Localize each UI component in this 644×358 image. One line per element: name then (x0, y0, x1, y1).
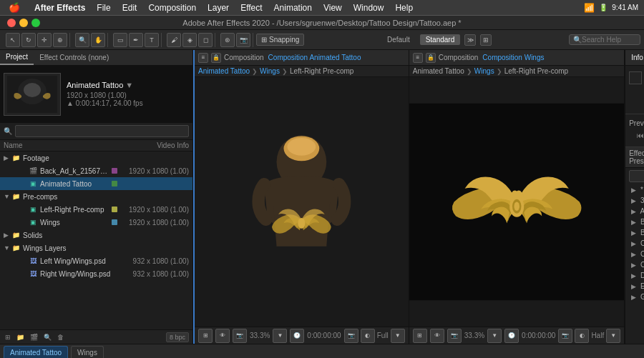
tree-item-animated-tattoo[interactable]: ▣ Animated Tattoo (0, 177, 192, 190)
tree-item-left-wing[interactable]: 🖼 Left Wing/Wings.psd 932 x 1080 (1.00) (0, 254, 192, 267)
effect-channel[interactable]: ▶ Channel (625, 238, 644, 249)
menu-animation[interactable]: Animation (268, 3, 318, 13)
comp1-view-btn[interactable]: 👁 (215, 329, 230, 343)
menu-edit[interactable]: Edit (117, 3, 143, 13)
find[interactable]: 🔍 (42, 334, 53, 341)
tree-item-wings[interactable]: ▣ Wings 1920 x 1080 (1.00) (0, 216, 192, 229)
comp2-bc-wings[interactable]: Wings (474, 67, 494, 75)
zoom-tool[interactable]: 🔍 (75, 33, 89, 47)
rectangle-mask[interactable]: ▭ (113, 33, 127, 47)
rotation-tool[interactable]: ↻ (21, 33, 36, 47)
brush-tool[interactable]: 🖌 (167, 33, 181, 47)
menu-effect[interactable]: Effect (235, 3, 268, 13)
clone-tool[interactable]: ◈ (182, 33, 197, 47)
comp1-zoom-btn[interactable]: ▼ (273, 329, 287, 343)
workspace-default[interactable]: Default (381, 34, 416, 45)
comp1-title: Composition Composition Animated Tattoo (224, 54, 361, 61)
eraser-tool[interactable]: ◻ (198, 33, 213, 47)
delete[interactable]: 🗑 (56, 334, 65, 341)
maximize-button[interactable] (31, 19, 40, 27)
comp1-bc-at[interactable]: Animated Tattoo (198, 67, 250, 75)
prev-first[interactable]: ⏮ (637, 131, 644, 139)
new-comp[interactable]: 🎬 (29, 334, 39, 341)
comp2-lock[interactable]: 🔒 (426, 53, 436, 63)
comp2-region-btn[interactable]: ⊞ (413, 329, 427, 343)
menu-help[interactable]: Help (389, 3, 419, 13)
effect-boris-fx[interactable]: ▶ Boris FX Mocha (625, 227, 644, 238)
tree-item-footage[interactable]: ▶ 📁 Footage (0, 151, 192, 164)
item-name: Solids (23, 232, 117, 239)
tree-item-solids[interactable]: ▶ 📁 Solids (0, 229, 192, 242)
comp2-menu[interactable]: ≡ (413, 53, 423, 63)
puppet-tool[interactable]: ⊛ (220, 33, 235, 47)
camera-tool[interactable]: 📷 (236, 33, 250, 47)
comp2-bc-lrpre[interactable]: Left-Right Pre-comp (504, 67, 568, 75)
menu-window[interactable]: Window (348, 3, 390, 13)
menu-after-effects[interactable]: After Effects (29, 3, 91, 13)
comp2-alpha[interactable]: ◐ (575, 329, 589, 343)
workspace-expand[interactable]: ⊞ (480, 34, 492, 46)
position-tool[interactable]: ⊕ (53, 33, 67, 47)
comp2-snapshot[interactable]: 📷 (558, 329, 572, 343)
comp1-snapshot[interactable]: 📷 (344, 329, 358, 343)
effect-expression-controls[interactable]: ▶ Expression Controls (625, 281, 644, 292)
comp1-alpha[interactable]: ◐ (361, 329, 375, 343)
item-name: Footage (23, 154, 117, 162)
comp2-quality-btn[interactable]: ▼ (606, 329, 620, 343)
menubar: 🍎 After Effects File Edit Composition La… (0, 0, 644, 16)
comp1-quality-btn[interactable]: ▼ (391, 329, 405, 343)
effect-blur-sharpen[interactable]: ▶ Blur & Sharpen (625, 217, 644, 227)
project-search-input[interactable] (15, 125, 189, 137)
tree-item-precomps[interactable]: ▼ 📁 Pre-comps (0, 190, 192, 203)
comp1-time-btn[interactable]: 🕐 (290, 329, 304, 343)
comp1-lock[interactable]: 🔒 (211, 53, 221, 63)
help-search-input[interactable] (582, 36, 639, 44)
comp2-camera-btn[interactable]: 📷 (447, 329, 462, 343)
close-button[interactable] (7, 19, 16, 27)
menu-file[interactable]: File (91, 3, 116, 13)
workspace-more[interactable]: ≫ (464, 34, 476, 46)
pen-tool[interactable]: ✒ (129, 33, 143, 47)
comp2-zoom-btn[interactable]: ▼ (487, 329, 502, 343)
text-tool[interactable]: T (145, 33, 159, 47)
comp1-camera-btn[interactable]: 📷 (233, 329, 247, 343)
menu-layer[interactable]: Layer (202, 3, 235, 13)
snapping-toggle[interactable]: ⊞ Snapping (256, 34, 304, 46)
timeline-tab-wings[interactable]: Wings (71, 346, 104, 359)
tool-group-paint: 🖌 ◈ ◻ (165, 33, 215, 47)
comp1-menu[interactable]: ≡ (198, 53, 208, 63)
workspace-standard[interactable]: Standard (420, 34, 461, 45)
apple-menu[interactable]: 🍎 (0, 2, 29, 13)
info-tab[interactable]: Info (625, 50, 644, 65)
help-search[interactable]: 🔍 (569, 34, 640, 45)
effect-3d-channel[interactable]: ▶ 3D Channel (625, 195, 644, 206)
new-folder[interactable]: 📁 (15, 334, 26, 341)
effect-animation-presets[interactable]: ▶ * Animation Presets (625, 184, 644, 195)
menu-composition[interactable]: Composition (142, 3, 202, 13)
comp2-view-btn[interactable]: 👁 (430, 329, 444, 343)
comp2-bc-at[interactable]: Animated Tattoo (413, 67, 464, 75)
effect-distort[interactable]: ▶ Distort (625, 270, 644, 281)
comp2-time-btn[interactable]: 🕐 (504, 329, 519, 343)
tree-item-wings-layers[interactable]: ▼ 📁 Wings Layers (0, 242, 192, 254)
project-tab[interactable]: Project (0, 50, 34, 65)
interpret-footage[interactable]: ⊞ (4, 334, 12, 341)
timeline-tab-animated-tattoo[interactable]: Animated Tattoo (4, 346, 68, 359)
tree-item-right-wing[interactable]: 🖼 Right Wing/Wings.psd 932 x 1080 (1.00) (0, 267, 192, 280)
effect-generate[interactable]: ▶ Generate (625, 292, 644, 302)
effect-controls-tab[interactable]: Effect Controls (none) (34, 50, 114, 65)
tree-item-back-mov[interactable]: 🎬 Back_Ad_k_215670038.mov 1920 x 1080 (1… (0, 164, 192, 177)
selection-tool[interactable]: ↖ (6, 33, 20, 47)
comp1-bc-lrpre[interactable]: Left-Right Pre-comp (290, 67, 353, 75)
anchor-tool[interactable]: ✛ (37, 33, 52, 47)
hand-tool[interactable]: ✋ (91, 33, 105, 47)
tree-item-lr-precomp[interactable]: ▣ Left-Right Pre-comp 1920 x 1080 (1.00) (0, 203, 192, 216)
effects-search-input[interactable] (629, 170, 644, 182)
comp1-region-btn[interactable]: ⊞ (198, 329, 213, 343)
effect-color-correction[interactable]: ▶ Color Correction (625, 259, 644, 270)
minimize-button[interactable] (19, 19, 28, 27)
comp1-bc-wings[interactable]: Wings (260, 67, 280, 75)
menu-view[interactable]: View (318, 3, 348, 13)
effect-audio[interactable]: ▶ Audio (625, 206, 644, 217)
effect-cinema4d[interactable]: ▶ CINEMA 4D (625, 249, 644, 259)
